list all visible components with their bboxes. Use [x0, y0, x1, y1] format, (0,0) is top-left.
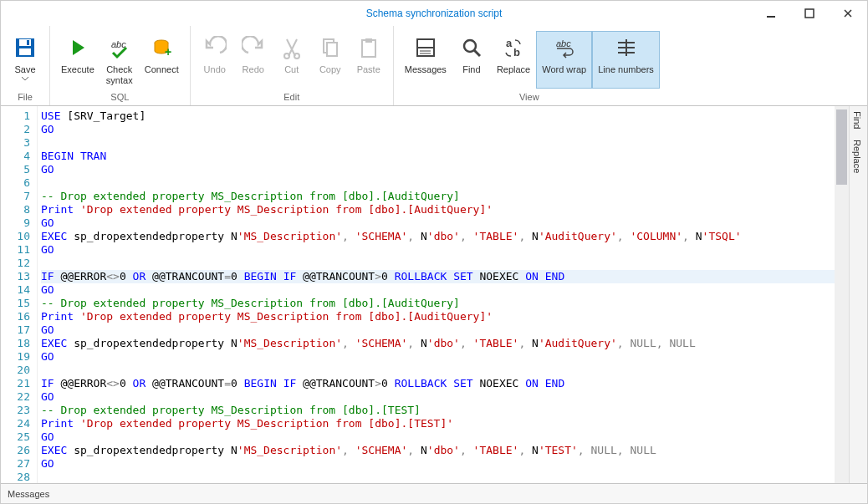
paste-button[interactable]: Paste [350, 31, 388, 89]
status-messages[interactable]: Messages [8, 489, 49, 499]
titlebar: Schema synchronization script [1, 1, 867, 26]
code-line[interactable]: -- Drop extended property MS_Description… [41, 297, 845, 310]
execute-button[interactable]: Execute [55, 31, 100, 89]
line-number: 13 [4, 270, 30, 283]
code-line[interactable] [41, 364, 845, 377]
line-number: 9 [4, 216, 30, 230]
undo-button[interactable]: Undo [196, 31, 234, 89]
svg-rect-14 [365, 38, 372, 43]
code-line[interactable]: GO [41, 430, 845, 444]
check-syntax-label: Check syntax [106, 64, 133, 85]
line-number: 24 [4, 417, 30, 430]
line-number: 27 [4, 457, 30, 471]
code-line[interactable] [41, 471, 845, 483]
check-syntax-button[interactable]: abc Check syntax [100, 31, 139, 89]
copy-button[interactable]: Copy [311, 31, 350, 89]
vertical-scrollbar[interactable] [835, 106, 849, 483]
svg-rect-1 [805, 9, 814, 18]
line-number: 19 [4, 350, 30, 364]
code-line[interactable]: GO [41, 243, 845, 257]
replace-button[interactable]: ab Replace [491, 31, 536, 89]
find-tab[interactable]: Find [850, 106, 865, 134]
save-icon [12, 34, 38, 61]
line-number-gutter: 1234567891011121314151617181920212223242… [1, 106, 38, 483]
line-number: 10 [4, 230, 30, 243]
group-edit-label: Edit [191, 90, 393, 105]
line-number: 22 [4, 390, 30, 404]
messages-label: Messages [405, 64, 447, 75]
scrollbar-thumb[interactable] [836, 109, 847, 185]
copy-icon [317, 34, 344, 61]
cut-label: Cut [284, 64, 299, 75]
code-line[interactable]: GO [41, 390, 845, 404]
replace-icon: ab [500, 34, 527, 61]
code-line[interactable]: GO [41, 350, 845, 364]
svg-text:+: + [165, 45, 171, 59]
group-sql-label: SQL [50, 90, 190, 105]
code-line[interactable]: GO [41, 216, 845, 230]
code-line[interactable]: GO [41, 283, 845, 297]
code-line[interactable] [41, 176, 845, 190]
code-line[interactable]: -- Drop extended property MS_Description… [41, 190, 845, 203]
close-icon [843, 8, 853, 18]
code-line[interactable]: IF @@ERROR<>0 OR @@TRANCOUNT=0 BEGIN IF … [41, 377, 845, 390]
code-line[interactable]: GO [41, 163, 845, 176]
code-line[interactable]: GO [41, 123, 845, 136]
line-number: 23 [4, 404, 30, 417]
line-number: 7 [4, 190, 30, 203]
chevron-down-icon [22, 77, 28, 81]
code-line[interactable]: EXEC sp_dropextendedproperty N'MS_Descri… [41, 337, 845, 350]
code-line[interactable]: Print 'Drop extended property MS_Descrip… [41, 417, 845, 430]
code-line[interactable]: GO [41, 457, 845, 471]
redo-icon [240, 34, 267, 61]
line-number: 2 [4, 123, 30, 136]
code-line[interactable]: BEGIN TRAN [41, 150, 845, 163]
line-number: 14 [4, 283, 30, 297]
line-number: 6 [4, 176, 30, 190]
code-line[interactable]: Print 'Drop extended property MS_Descrip… [41, 203, 845, 216]
window-title: Schema synchronization script [366, 8, 503, 19]
line-number: 21 [4, 377, 30, 390]
find-button[interactable]: Find [452, 31, 491, 89]
svg-point-10 [294, 53, 299, 59]
svg-point-19 [464, 40, 476, 52]
right-panel: Find Replace [849, 106, 867, 483]
word-wrap-button[interactable]: abc Word wrap [536, 31, 592, 89]
code-line[interactable]: IF @@ERROR<>0 OR @@TRANCOUNT=0 BEGIN IF … [41, 270, 845, 283]
messages-button[interactable]: Messages [399, 31, 452, 89]
svg-text:b: b [513, 46, 520, 59]
ribbon-group-file: Save File [1, 26, 50, 105]
line-number: 18 [4, 337, 30, 350]
cut-button[interactable]: Cut [273, 31, 311, 89]
code-line[interactable]: USE [SRV_Target] [41, 109, 845, 123]
find-icon [458, 34, 485, 61]
code-line[interactable]: GO [41, 323, 845, 337]
minimize-button[interactable] [752, 1, 790, 26]
code-line[interactable]: EXEC sp_dropextendedproperty N'MS_Descri… [41, 444, 845, 457]
code-line[interactable]: -- Drop extended property MS_Description… [41, 404, 845, 417]
minimize-icon [766, 8, 776, 18]
replace-tab[interactable]: Replace [850, 135, 865, 178]
connect-icon: + [148, 34, 175, 61]
svg-text:a: a [506, 37, 513, 49]
line-number: 16 [4, 310, 30, 323]
code-line[interactable] [41, 136, 845, 150]
line-numbers-button[interactable]: Line numbers [592, 31, 660, 89]
maximize-button[interactable] [790, 1, 829, 26]
redo-button[interactable]: Redo [234, 31, 273, 89]
line-number: 8 [4, 203, 30, 216]
save-button[interactable]: Save [6, 31, 44, 89]
save-label: Save [14, 64, 35, 75]
code-editor[interactable]: USE [SRV_Target]GOBEGIN TRANGO-- Drop ex… [38, 106, 849, 483]
check-syntax-icon: abc [106, 34, 133, 61]
code-line[interactable] [41, 257, 845, 270]
code-wrap: 1234567891011121314151617181920212223242… [1, 106, 849, 483]
close-button[interactable] [829, 1, 867, 26]
paste-icon [355, 34, 382, 61]
code-line[interactable]: Print 'Drop extended property MS_Descrip… [41, 310, 845, 323]
connect-button[interactable]: + Connect [139, 31, 185, 89]
cut-icon [278, 34, 305, 61]
line-number: 26 [4, 444, 30, 457]
line-number: 15 [4, 297, 30, 310]
code-line[interactable]: EXEC sp_dropextendedproperty N'MS_Descri… [41, 230, 845, 243]
